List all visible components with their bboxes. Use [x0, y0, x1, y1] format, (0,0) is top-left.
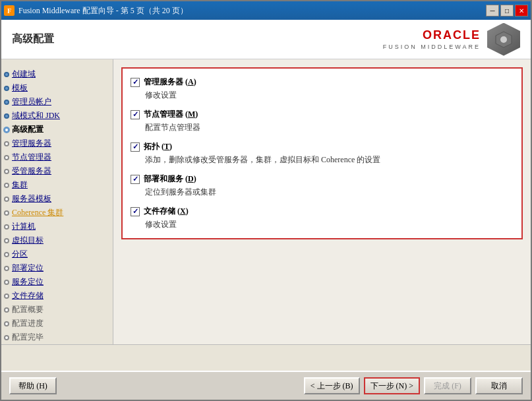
page-title: 高级配置 — [12, 32, 54, 46]
checkbox-node-manager[interactable] — [131, 110, 140, 119]
window-controls: ─ □ ✕ — [486, 5, 528, 16]
sidebar-item-node-manager[interactable]: 节点管理器 — [1, 150, 113, 164]
option-deploy-service: 部署和服务 (D) 定位到服务器或集群 — [131, 173, 514, 198]
sidebar-dot — [4, 293, 9, 299]
sidebar-item-admin-server[interactable]: 管理服务器 — [1, 137, 113, 150]
sidebar-item-coherence-cluster[interactable]: Coherence 集群 — [1, 206, 113, 220]
footer: 帮助 (H) < 上一步 (B) 下一步 (N) > 完成 (F) 取消 — [1, 371, 531, 400]
option-desc-topology: 添加，删除或修改受管服务器，集群，虚拟目标和 Coherence 的设置 — [131, 154, 514, 166]
option-desc-file-store: 修改设置 — [131, 219, 514, 230]
sidebar-item-config-progress: 配置进度 — [1, 317, 113, 330]
sidebar-item-create-domain[interactable]: 创建域 — [1, 67, 113, 81]
sidebar: 创建域 模板 管理员帐户 域模式和 JDK 高级配置 — [1, 59, 113, 344]
sidebar-dot — [4, 155, 9, 160]
sidebar-item-deploy-location[interactable]: 部署定位 — [1, 261, 113, 275]
sidebar-dot — [4, 238, 9, 243]
option-label-admin-server: 管理服务器 (A) — [144, 77, 196, 88]
option-label-file-store: 文件存储 (X) — [144, 206, 189, 217]
sidebar-dot — [4, 321, 9, 326]
sidebar-item-managed-server[interactable]: 受管服务器 — [1, 164, 113, 178]
sidebar-dot-current — [4, 127, 9, 133]
sidebar-item-domain-jdk[interactable]: 域模式和 JDK — [1, 109, 113, 123]
option-header: 管理服务器 (A) — [131, 77, 514, 88]
sidebar-dot — [4, 141, 9, 146]
app-icon: F — [4, 5, 15, 16]
sidebar-item-service-location[interactable]: 服务定位 — [1, 275, 113, 289]
sidebar-dot — [4, 335, 9, 340]
sidebar-item-template[interactable]: 模板 — [1, 81, 113, 95]
window-title: Fusion Middleware 配置向导 - 第 5 页（共 20 页） — [18, 5, 486, 16]
checkbox-file-store[interactable] — [131, 207, 140, 216]
option-desc-deploy-service: 定位到服务器或集群 — [131, 187, 514, 198]
sidebar-item-virtual-target[interactable]: 虚拟目标 — [1, 233, 113, 247]
checkbox-topology[interactable] — [131, 142, 140, 152]
sidebar-dot — [4, 100, 9, 105]
sidebar-dot — [4, 252, 9, 257]
main-window: F Fusion Middleware 配置向导 - 第 5 页（共 20 页）… — [0, 0, 532, 401]
sidebar-dot — [4, 197, 9, 202]
option-header: 拓扑 (T) — [131, 141, 514, 152]
sidebar-dot — [4, 169, 9, 174]
sidebar-item-admin-account[interactable]: 管理员帐户 — [1, 95, 113, 109]
sidebar-dot — [4, 280, 9, 285]
minimize-button[interactable]: ─ — [486, 5, 499, 16]
sidebar-item-config-summary: 配置概要 — [1, 303, 113, 317]
sidebar-dot — [4, 72, 9, 77]
oracle-brand: ORACLE — [423, 28, 481, 42]
sidebar-item-config-complete: 配置完毕 — [1, 330, 113, 344]
option-header: 节点管理器 (M) — [131, 109, 514, 120]
help-button[interactable]: 帮助 (H) — [9, 377, 57, 394]
finish-button[interactable]: 完成 (F) — [424, 377, 471, 394]
sidebar-item-advanced-config: 高级配置 — [1, 123, 113, 137]
next-button[interactable]: 下一步 (N) > — [364, 377, 420, 394]
titlebar: F Fusion Middleware 配置向导 - 第 5 页（共 20 页）… — [1, 1, 531, 20]
page-header: 高级配置 ORACLE FUSION MIDDLEWARE — [1, 20, 531, 59]
cancel-button[interactable]: 取消 — [475, 377, 523, 394]
bottom-filler — [121, 245, 523, 284]
footer-right: < 上一步 (B) 下一步 (N) > 完成 (F) 取消 — [304, 377, 523, 394]
body-area: 创建域 模板 管理员帐户 域模式和 JDK 高级配置 — [1, 59, 531, 344]
sidebar-dot — [4, 224, 9, 230]
option-admin-server: 管理服务器 (A) 修改设置 — [131, 77, 514, 101]
oracle-emblem-icon — [487, 23, 520, 56]
oracle-logo: ORACLE FUSION MIDDLEWARE — [383, 28, 481, 50]
checkbox-deploy-service[interactable] — [131, 175, 140, 184]
bottom-strip — [1, 344, 531, 371]
footer-left: 帮助 (H) — [9, 377, 57, 394]
right-panel: 管理服务器 (A) 修改设置 节点管理器 (M) 配置节点管理器 — [113, 59, 531, 344]
sidebar-item-cluster[interactable]: 集群 — [1, 178, 113, 192]
option-label-topology: 拓扑 (T) — [144, 141, 172, 152]
oracle-sub: FUSION MIDDLEWARE — [383, 44, 481, 50]
sidebar-item-partition[interactable]: 分区 — [1, 247, 113, 261]
sidebar-item-file-store[interactable]: 文件存储 — [1, 289, 113, 303]
sidebar-item-server-template[interactable]: 服务器模板 — [1, 192, 113, 206]
maximize-button[interactable]: □ — [500, 5, 514, 16]
option-label-node-manager: 节点管理器 (M) — [144, 109, 198, 120]
option-header: 文件存储 (X) — [131, 206, 514, 217]
oracle-logo-area: ORACLE FUSION MIDDLEWARE — [383, 23, 520, 56]
option-desc-node-manager: 配置节点管理器 — [131, 122, 514, 133]
sidebar-dot — [4, 113, 9, 119]
sidebar-dot — [4, 86, 9, 91]
option-header: 部署和服务 (D) — [131, 173, 514, 185]
sidebar-dot — [4, 266, 9, 271]
option-label-deploy-service: 部署和服务 (D) — [144, 173, 196, 185]
back-button[interactable]: < 上一步 (B) — [304, 377, 360, 394]
option-node-manager: 节点管理器 (M) 配置节点管理器 — [131, 109, 514, 133]
option-topology: 拓扑 (T) 添加，删除或修改受管服务器，集群，虚拟目标和 Coherence … — [131, 141, 514, 166]
sidebar-dot — [4, 210, 9, 216]
svg-point-1 — [500, 36, 507, 43]
sidebar-dot — [4, 307, 9, 313]
close-button[interactable]: ✕ — [515, 5, 528, 16]
sidebar-dot — [4, 183, 9, 188]
option-desc-admin-server: 修改设置 — [131, 90, 514, 101]
options-box: 管理服务器 (A) 修改设置 节点管理器 (M) 配置节点管理器 — [121, 67, 523, 239]
option-file-store: 文件存储 (X) 修改设置 — [131, 206, 514, 230]
checkbox-admin-server[interactable] — [131, 78, 140, 87]
sidebar-item-machine[interactable]: 计算机 — [1, 220, 113, 233]
